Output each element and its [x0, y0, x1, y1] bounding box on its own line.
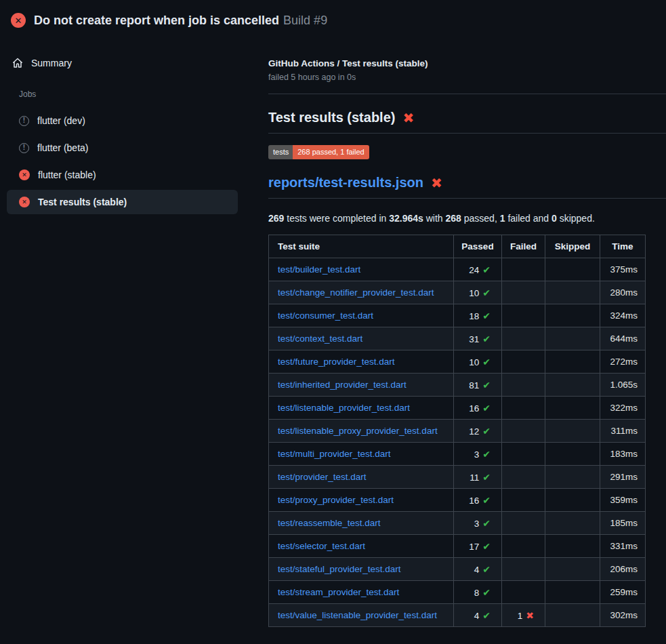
build-number: Build #9	[283, 14, 327, 27]
failed-cell	[502, 304, 545, 327]
column-header-passed: Passed	[454, 235, 502, 258]
check-icon: ✔	[482, 564, 491, 575]
suite-link[interactable]: test/listenable_provider_test.dart	[278, 403, 410, 413]
suite-link[interactable]: test/provider_test.dart	[278, 472, 367, 482]
sidebar-item-job-3[interactable]: ✕Test results (stable)	[7, 190, 238, 214]
report-file-link[interactable]: reports/test-results.json	[268, 175, 423, 190]
suite-cell: test/proxy_provider_test.dart	[269, 489, 454, 512]
skipped-cell	[545, 581, 600, 604]
time-cell: 644ms	[600, 327, 646, 350]
suite-link[interactable]: test/builder_test.dart	[278, 264, 360, 275]
tests-badge[interactable]: tests 268 passed, 1 failed	[268, 145, 369, 159]
time-cell: 259ms	[600, 581, 646, 604]
summary-segment: 269	[268, 213, 284, 224]
build-failed-icon: ✕	[11, 13, 26, 28]
suite-link[interactable]: test/consumer_test.dart	[278, 310, 373, 321]
check-icon: ✔	[482, 587, 491, 598]
suite-link[interactable]: test/multi_provider_test.dart	[278, 449, 391, 459]
failed-cell	[502, 350, 545, 374]
failed-cell	[502, 466, 545, 489]
time-cell: 185ms	[600, 512, 646, 535]
suite-cell: test/context_test.dart	[269, 327, 454, 350]
time-cell: 272ms	[600, 350, 646, 374]
build-header: ✕ Do not create report when job is cance…	[0, 0, 666, 38]
table-row: test/value_listenable_provider_test.dart…	[269, 604, 646, 627]
suite-cell: test/selector_test.dart	[269, 535, 454, 558]
check-icon: ✔	[482, 287, 491, 298]
check-icon: ✔	[482, 449, 491, 460]
badge-label: tests	[268, 145, 293, 159]
summary-segment: 268	[446, 213, 461, 224]
column-header-failed: Failed	[502, 235, 545, 258]
time-cell: 206ms	[600, 558, 646, 581]
table-row: test/builder_test.dart24✔375ms	[269, 258, 646, 281]
suite-link[interactable]: test/reassemble_test.dart	[278, 518, 381, 528]
suite-cell: test/inherited_provider_test.dart	[269, 374, 454, 397]
cross-icon: ✖	[526, 610, 534, 621]
suite-link[interactable]: test/listenable_proxy_provider_test.dart	[278, 426, 438, 436]
suite-link[interactable]: test/context_test.dart	[278, 334, 362, 344]
table-row: test/listenable_proxy_provider_test.dart…	[269, 420, 646, 443]
failed-cell	[502, 374, 545, 397]
suite-cell: test/provider_test.dart	[269, 466, 454, 489]
passed-count: 3	[474, 519, 480, 529]
check-icon: ✔	[482, 334, 491, 344]
suite-link[interactable]: test/stream_provider_test.dart	[278, 587, 399, 597]
check-icon: ✔	[482, 610, 491, 621]
failed-cell: 1✖	[502, 604, 545, 627]
table-row: test/change_notifier_provider_test.dart1…	[269, 281, 646, 304]
skipped-cell	[545, 281, 600, 304]
suite-link[interactable]: test/proxy_provider_test.dart	[278, 495, 394, 505]
passed-cell: 8✔	[454, 581, 502, 604]
suite-link[interactable]: test/selector_test.dart	[278, 541, 365, 551]
suite-cell: test/stateful_provider_test.dart	[269, 558, 454, 581]
jobs-list: !flutter (dev)!flutter (beta)✕flutter (s…	[0, 108, 245, 214]
summary-segment: skipped.	[557, 213, 595, 224]
job-failed-icon: ✕	[19, 197, 30, 207]
table-row: test/multi_provider_test.dart3✔183ms	[269, 443, 646, 466]
job-status-meta: failed 5 hours ago in 0s	[268, 73, 666, 82]
passed-cell: 4✔	[454, 558, 502, 581]
suite-cell: test/listenable_provider_test.dart	[269, 397, 454, 420]
skipped-cell	[545, 420, 600, 443]
sidebar-item-job-0[interactable]: !flutter (dev)	[7, 108, 238, 133]
column-header-time: Time	[600, 235, 646, 258]
failed-cell	[502, 443, 545, 466]
passed-count: 24	[469, 265, 479, 275]
summary-segment: failed and	[505, 213, 552, 224]
skipped-cell	[545, 604, 600, 627]
summary-segment: 0	[551, 213, 557, 224]
job-failed-icon: ✕	[19, 169, 30, 180]
passed-cell: 3✔	[454, 512, 502, 535]
suite-link[interactable]: test/value_listenable_provider_test.dart	[278, 610, 437, 620]
failed-cell	[502, 420, 545, 443]
table-row: test/context_test.dart31✔644ms	[269, 327, 646, 350]
sidebar-item-job-1[interactable]: !flutter (beta)	[7, 136, 238, 160]
passed-cell: 31✔	[454, 327, 502, 350]
time-cell: 291ms	[600, 466, 646, 489]
summary-segment: with	[423, 213, 446, 224]
sidebar-item-job-2[interactable]: ✕flutter (stable)	[7, 163, 238, 187]
check-icon: ✔	[482, 403, 491, 414]
skipped-cell	[545, 535, 600, 558]
suite-link[interactable]: test/inherited_provider_test.dart	[278, 380, 407, 390]
sidebar-item-summary[interactable]: Summary	[7, 53, 238, 73]
table-header-row: Test suitePassedFailedSkippedTime	[269, 235, 646, 258]
table-row: test/provider_test.dart11✔291ms	[269, 466, 646, 489]
passed-count: 18	[469, 311, 479, 321]
passed-count: 10	[469, 357, 479, 367]
suite-link[interactable]: test/future_provider_test.dart	[278, 357, 395, 367]
passed-cell: 10✔	[454, 281, 502, 304]
check-icon: ✔	[482, 495, 491, 506]
summary-segment: 32.964s	[389, 213, 423, 224]
skipped-cell	[545, 304, 600, 327]
suite-link[interactable]: test/change_notifier_provider_test.dart	[278, 287, 434, 298]
jobs-section-label: Jobs	[19, 89, 245, 99]
passed-count: 10	[469, 288, 479, 298]
skipped-cell	[545, 466, 600, 489]
summary-segment: 1	[500, 213, 505, 224]
suite-cell: test/value_listenable_provider_test.dart	[269, 604, 454, 627]
divider	[268, 94, 666, 94]
suite-link[interactable]: test/stateful_provider_test.dart	[278, 564, 401, 574]
suite-cell: test/builder_test.dart	[269, 258, 454, 281]
